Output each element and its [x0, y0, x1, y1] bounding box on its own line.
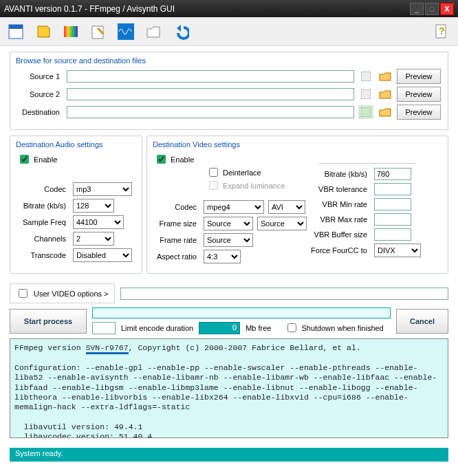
expand-luminance-checkbox: [209, 181, 218, 190]
source2-browse-icon[interactable]: [378, 87, 393, 101]
limit-duration-label: Limit encode duration: [121, 324, 193, 332]
audio-enable-check[interactable]: Enable: [17, 153, 135, 166]
source2-label: Source 2: [17, 90, 63, 98]
svg-rect-8: [361, 89, 371, 99]
limit-duration-input[interactable]: [92, 322, 116, 334]
folder-icon[interactable]: [144, 23, 162, 41]
frame-size-label: Frame size: [154, 219, 199, 228]
svg-rect-7: [361, 72, 371, 81]
aspect-ratio-label: Aspect ratio: [154, 252, 199, 261]
source1-input[interactable]: [67, 70, 354, 83]
frame-size-select2[interactable]: Source: [257, 217, 307, 230]
audio-sample-select[interactable]: 44100: [73, 215, 124, 229]
palette-icon[interactable]: [62, 23, 80, 41]
vbr-max-input[interactable]: [374, 213, 411, 226]
video-slider[interactable]: [319, 153, 415, 164]
help-icon[interactable]: ?: [433, 23, 451, 41]
close-button[interactable]: X: [440, 3, 454, 15]
edit-icon[interactable]: [89, 23, 107, 41]
source1-preview-button[interactable]: Preview: [397, 69, 441, 84]
fourcc-select[interactable]: DIVX: [374, 244, 421, 257]
aspect-ratio-select[interactable]: 4:3: [204, 250, 241, 263]
audio-transcode-label: Transcode: [17, 251, 69, 259]
status-bar: System ready.: [10, 448, 448, 462]
source2-input[interactable]: [67, 88, 354, 100]
svg-rect-1: [9, 25, 23, 29]
dest-preview-button[interactable]: Preview: [397, 105, 441, 120]
deinterlace-check[interactable]: Deinterlace: [206, 166, 307, 179]
shutdown-check[interactable]: Shutdown when finished: [285, 321, 383, 334]
vbr-max-label: VBR Max rate: [307, 215, 370, 224]
audio-channels-select[interactable]: 2: [73, 232, 114, 246]
audio-bitrate-select[interactable]: 128: [73, 199, 114, 213]
video-codec-label: Codec: [154, 203, 199, 211]
toolbar: ?: [0, 17, 458, 46]
frame-size-select1[interactable]: Source: [204, 217, 253, 230]
video-bitrate-label: Bitrate (kb/s): [307, 170, 370, 178]
svg-rect-4: [118, 23, 134, 40]
save-icon[interactable]: [34, 23, 52, 41]
source1-label: Source 1: [17, 72, 63, 80]
dest-pick-button[interactable]: [358, 105, 373, 119]
video-enable-checkbox[interactable]: [157, 155, 166, 164]
source1-clear-button[interactable]: [358, 69, 373, 83]
audio-title: Destination Audio settings: [16, 140, 135, 149]
video-group: Destination Video settings Enable Deinte…: [146, 136, 448, 274]
vbr-min-label: VBR Min rate: [307, 200, 370, 208]
files-group-title: Browse for source and destination files: [16, 56, 441, 65]
video-container-select[interactable]: AVI: [268, 200, 305, 214]
log-line1a: FFmpeg version: [14, 343, 86, 352]
start-process-button[interactable]: Start process: [10, 309, 87, 334]
audio-enable-label: Enable: [34, 155, 57, 164]
dest-input[interactable]: [67, 106, 354, 118]
log-line1c: , Copyright (c) 2000-2007 Fabrice Bellar…: [129, 343, 361, 352]
user-video-checkbox[interactable]: [19, 289, 28, 298]
source1-browse-icon[interactable]: [378, 69, 393, 83]
titlebar: AVANTI version 0.1.7 - FFmpeg / Avisynth…: [0, 0, 458, 17]
vbr-tolerance-label: VBR tolerance: [307, 185, 370, 193]
progress-bar: [92, 307, 391, 318]
user-video-options-row: User VIDEO options >: [10, 283, 448, 303]
vbr-min-input[interactable]: [374, 198, 411, 210]
settings-icon[interactable]: [7, 23, 25, 41]
log-config: Configuration: --enable-gpl --enable-pp …: [14, 363, 437, 412]
expand-luminance-label: Expand luminance: [223, 182, 285, 190]
video-bitrate-input[interactable]: [374, 168, 411, 180]
vbr-tolerance-input[interactable]: [374, 183, 411, 195]
process-row: Start process Limit encode duration 0 Mb…: [10, 307, 448, 334]
minimize-button[interactable]: _: [410, 3, 424, 15]
audio-bitrate-label: Bitrate (kb/s): [17, 202, 69, 210]
window-title: AVANTI version 0.1.7 - FFmpeg / Avisynth…: [4, 4, 408, 14]
audio-codec-select[interactable]: mp3: [73, 182, 132, 196]
log-svn-rev: SVN-r9767: [86, 343, 129, 354]
maximize-button[interactable]: □: [425, 3, 439, 15]
svg-rect-2: [64, 26, 78, 37]
source2-preview-button[interactable]: Preview: [397, 87, 441, 102]
audio-enable-checkbox[interactable]: [20, 155, 29, 164]
expand-luminance-check: Expand luminance: [206, 179, 307, 192]
vbr-buffer-input[interactable]: [374, 228, 411, 241]
frame-rate-select[interactable]: Source: [204, 233, 253, 247]
wave-icon[interactable]: [117, 23, 135, 41]
video-enable-check[interactable]: Enable: [154, 153, 307, 166]
shutdown-label: Shutdown when finished: [301, 324, 383, 332]
source2-clear-button[interactable]: [358, 87, 373, 101]
deinterlace-label: Deinterlace: [223, 169, 261, 177]
audio-transcode-select[interactable]: Disabled: [73, 248, 132, 262]
vbr-buffer-label: VBR Buffer size: [307, 230, 370, 239]
shutdown-checkbox[interactable]: [287, 323, 296, 332]
audio-channels-label: Channels: [17, 235, 69, 243]
audio-group: Destination Audio settings Enable Codecm…: [10, 136, 142, 274]
cancel-button[interactable]: Cancel: [396, 309, 448, 334]
mb-free-label: Mb free: [246, 324, 271, 332]
user-video-input[interactable]: [120, 288, 448, 300]
deinterlace-checkbox[interactable]: [209, 168, 218, 177]
dest-browse-icon[interactable]: [378, 105, 393, 119]
log-output[interactable]: FFmpeg version SVN-r9767, Copyright (c) …: [10, 338, 448, 438]
dest-label: Destination: [17, 108, 63, 116]
files-group: Browse for source and destination files …: [10, 52, 448, 130]
log-libs: libavutil version: 49.4.1 libavcodec ver…: [14, 422, 157, 438]
svg-text:?: ?: [439, 25, 445, 36]
undo-icon[interactable]: [172, 23, 190, 41]
video-codec-select[interactable]: mpeg4: [204, 200, 264, 214]
